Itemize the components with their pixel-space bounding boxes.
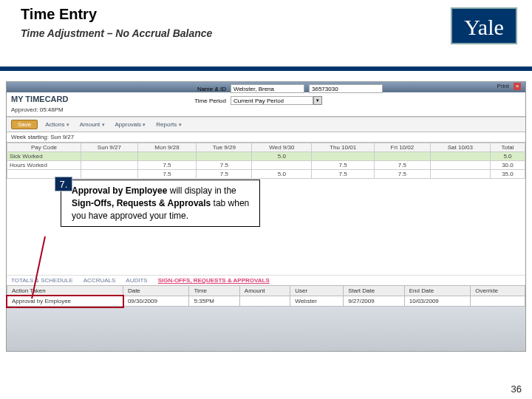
- detail-cell: [471, 296, 525, 307]
- grid-header: Tue 9/29: [197, 143, 252, 152]
- slide-header: Time Entry Time Adjustment – No Accrual …: [0, 0, 532, 66]
- detail-cell: 10/03/2009: [404, 296, 470, 307]
- table-row[interactable]: Hours Worked7.57.57.57.530.0: [7, 161, 525, 170]
- grid-cell[interactable]: 7.5: [197, 161, 252, 170]
- grid-cell[interactable]: 35.0: [490, 170, 525, 179]
- tab-audits[interactable]: AUDITS: [126, 277, 147, 284]
- tabs-row: TOTALS & SCHEDULE ACCRUALS AUDITS SIGN-O…: [7, 275, 525, 285]
- signoffs-table: Action TakenDateTimeAmountUserStart Date…: [7, 285, 525, 307]
- grid-header: Total: [490, 143, 525, 152]
- grid-cell[interactable]: [81, 170, 138, 179]
- table-row[interactable]: Sick Worked5.05.0: [7, 152, 525, 161]
- callout-text: Approval by Employee will display in the…: [61, 180, 260, 227]
- toolbar-approvals[interactable]: Approvals ▾: [112, 120, 149, 129]
- grid-cell[interactable]: [252, 161, 312, 170]
- grid-header: Sun 9/27: [81, 143, 138, 152]
- detail-header: Action Taken: [7, 286, 123, 296]
- detail-header: User: [290, 286, 344, 296]
- header-divider: [0, 66, 532, 71]
- toolbar-actions[interactable]: Actions ▾: [42, 120, 72, 129]
- slide-title: Time Entry: [21, 6, 511, 23]
- grid-cell[interactable]: [374, 152, 430, 161]
- close-icon[interactable]: ×: [514, 83, 521, 90]
- timecard-grid: Pay CodeSun 9/27Mon 9/28Tue 9/29Wed 9/30…: [7, 143, 525, 179]
- grid-cell[interactable]: [197, 152, 252, 161]
- detail-cell: Webster: [290, 296, 344, 307]
- print-link[interactable]: Print: [497, 83, 509, 89]
- toolbar-amount[interactable]: Amount ▾: [77, 120, 108, 129]
- detail-header: Amount: [239, 286, 290, 296]
- grid-header: Wed 9/30: [252, 143, 312, 152]
- grid-cell[interactable]: 7.5: [197, 170, 252, 179]
- grid-cell[interactable]: [312, 152, 375, 161]
- paycode-cell: Hours Worked: [7, 161, 81, 170]
- grid-cell[interactable]: [430, 170, 490, 179]
- step-callout: 7. Approval by Employee will display in …: [61, 180, 260, 227]
- tab-accruals[interactable]: ACCRUALS: [83, 277, 116, 284]
- week-label: Week starting: Sun 9/27: [7, 132, 525, 143]
- yale-logo: Yale: [451, 7, 517, 44]
- tab-signoffs[interactable]: SIGN-OFFS, REQUESTS & APPROVALS: [158, 277, 270, 284]
- id-field: 36573030: [309, 84, 383, 93]
- grid-cell[interactable]: 7.5: [374, 161, 430, 170]
- app-footer-area: [7, 307, 525, 351]
- page-number: 36: [511, 383, 522, 395]
- grid-cell[interactable]: [81, 161, 138, 170]
- grid-cell[interactable]: 5.0: [252, 152, 312, 161]
- step-badge: 7.: [55, 177, 72, 191]
- grid-header: Pay Code: [7, 143, 81, 152]
- chevron-down-icon: ▾: [102, 122, 105, 127]
- grid-header: Mon 9/28: [137, 143, 196, 152]
- grid-cell[interactable]: 30.0: [490, 161, 525, 170]
- chevron-down-icon: ▾: [313, 96, 322, 105]
- tab-totals[interactable]: TOTALS & SCHEDULE: [11, 277, 73, 284]
- detail-header: End Date: [404, 286, 470, 296]
- grid-header: Sat 10/03: [430, 143, 490, 152]
- grid-cell[interactable]: 7.5: [137, 161, 196, 170]
- toolbar-reports[interactable]: Reports ▾: [153, 120, 184, 129]
- paycode-cell: Sick Worked: [7, 152, 81, 161]
- grid-cell[interactable]: [81, 152, 138, 161]
- name-field[interactable]: Webster, Brena: [231, 84, 304, 93]
- detail-cell: Approval by Employee: [7, 296, 123, 307]
- slide-subtitle: Time Adjustment – No Accrual Balance: [21, 27, 511, 39]
- grid-cell[interactable]: [430, 152, 490, 161]
- grid-cell[interactable]: [137, 152, 196, 161]
- grid-cell[interactable]: 7.5: [137, 170, 196, 179]
- detail-header: Time: [189, 286, 239, 296]
- grid-cell[interactable]: 7.5: [312, 161, 375, 170]
- period-dropdown[interactable]: Current Pay Period ▾: [231, 96, 322, 105]
- table-row[interactable]: 7.57.55.07.57.535.0: [7, 170, 525, 179]
- approved-timestamp: Approved: 05:48PM: [7, 106, 525, 117]
- grid-header: Fri 10/02: [374, 143, 430, 152]
- detail-header: Date: [123, 286, 188, 296]
- grid-cell[interactable]: 5.0: [252, 170, 312, 179]
- detail-header: Start Date: [344, 286, 405, 296]
- detail-header: Override: [471, 286, 525, 296]
- toolbar: Save Actions ▾ Amount ▾ Approvals ▾ Repo…: [7, 117, 525, 132]
- grid-cell[interactable]: 5.0: [490, 152, 525, 161]
- grid-cell[interactable]: 7.5: [312, 170, 375, 179]
- grid-cell[interactable]: [430, 161, 490, 170]
- detail-cell: 09/30/2009: [123, 296, 188, 307]
- name-id-label: Name & ID: [174, 86, 226, 92]
- period-label: Time Period: [174, 98, 226, 104]
- detail-cell: 9/27/2009: [344, 296, 405, 307]
- chevron-down-icon: ▾: [179, 122, 182, 127]
- meta-block: Name & ID Webster, Brena 36573030 Time P…: [170, 83, 466, 106]
- save-button[interactable]: Save: [11, 120, 38, 129]
- chevron-down-icon: ▾: [66, 122, 69, 127]
- detail-cell: 5:35PM: [189, 296, 239, 307]
- period-value: Current Pay Period: [231, 96, 313, 105]
- chevron-down-icon: ▾: [143, 122, 146, 127]
- detail-cell: [239, 296, 290, 307]
- grid-header: Thu 10/01: [312, 143, 375, 152]
- grid-cell[interactable]: 7.5: [374, 170, 430, 179]
